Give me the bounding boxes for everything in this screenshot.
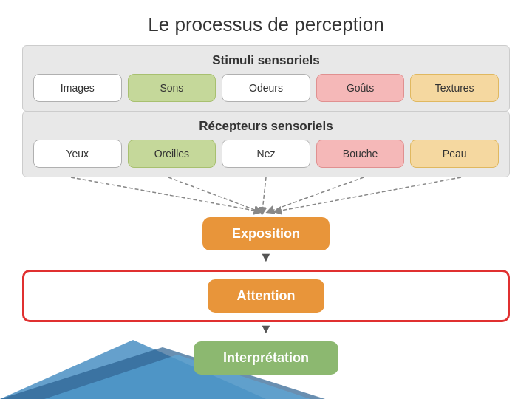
recepteur-nez: Nez (222, 140, 310, 168)
page-title: Le processus de perception (148, 13, 383, 36)
recepteurs-label: Récepteurs sensoriels (33, 119, 499, 134)
arrows-area (22, 177, 510, 216)
svg-line-3 (270, 177, 364, 211)
recepteur-oreilles: Oreilles (128, 140, 216, 168)
exposition-box: Exposition (202, 217, 330, 250)
stimuli-sons: Sons (128, 74, 216, 102)
recepteur-peau: Peau (410, 140, 499, 168)
attention-outer: Attention (22, 270, 510, 322)
attention-box: Attention (208, 279, 325, 313)
recepteur-bouche: Bouche (316, 140, 405, 168)
stimuli-row: Images Sons Odeurs Goûts Textures (33, 74, 499, 102)
interpretation-wrap: Interprétation (22, 335, 510, 375)
recepteurs-row: Yeux Oreilles Nez Bouche Peau (33, 140, 499, 168)
interpretation-box: Interprétation (194, 341, 338, 375)
stimuli-odeurs: Odeurs (222, 74, 310, 102)
stimuli-label: Stimuli sensoriels (33, 53, 499, 68)
svg-line-4 (277, 177, 461, 211)
down-arrow-2: ▼ (259, 322, 273, 335)
dashed-arrows-svg (22, 177, 510, 216)
main-container: Le processus de perception Stimuli senso… (0, 0, 532, 399)
exposition-wrap: Exposition (22, 217, 510, 250)
svg-line-2 (262, 177, 266, 211)
stimuli-box: Stimuli sensoriels Images Sons Odeurs Go… (22, 45, 510, 112)
svg-line-1 (168, 177, 259, 211)
down-arrow-1: ▼ (259, 250, 273, 264)
recepteurs-box: Récepteurs sensoriels Yeux Oreilles Nez … (22, 111, 510, 177)
stimuli-gouts: Goûts (316, 74, 405, 102)
stimuli-textures: Textures (410, 74, 499, 102)
recepteur-yeux: Yeux (33, 140, 122, 168)
stimuli-images: Images (33, 74, 122, 102)
svg-line-0 (71, 177, 259, 211)
